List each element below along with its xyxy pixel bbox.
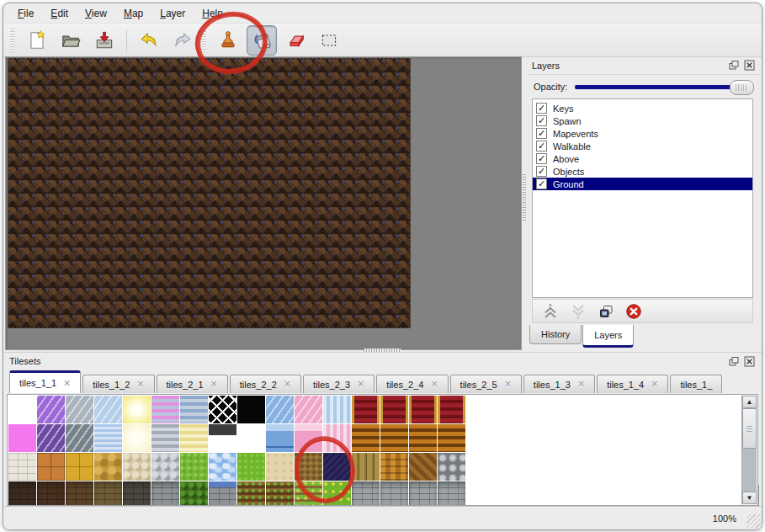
tab-close-icon[interactable]: ✕	[210, 379, 218, 390]
tab-close-icon[interactable]: ✕	[577, 379, 585, 390]
tileset-tile[interactable]	[66, 481, 93, 506]
tileset-tile[interactable]	[352, 481, 380, 506]
stamp-tool-button[interactable]	[213, 25, 243, 56]
fill-tool-button[interactable]	[247, 25, 277, 56]
tileset-tile[interactable]	[209, 424, 236, 452]
dock-tab[interactable]: Layers	[582, 325, 634, 348]
layer-row[interactable]: ✓ Above	[533, 152, 752, 165]
tileset-tab[interactable]: tiles_2_1 ✕	[157, 375, 228, 393]
tileset-tile[interactable]	[209, 396, 236, 423]
dock-tab[interactable]: History	[529, 325, 582, 344]
tileset-tile[interactable]	[237, 424, 265, 452]
tileset-tile[interactable]	[409, 424, 437, 452]
layer-row[interactable]: ✓ Ground	[533, 178, 752, 190]
layer-visibility-checkbox[interactable]: ✓	[536, 178, 547, 189]
tileset-tile[interactable]	[151, 453, 179, 481]
tileset-tile[interactable]	[180, 481, 208, 506]
open-map-button[interactable]	[56, 25, 86, 56]
layer-visibility-checkbox[interactable]: ✓	[536, 141, 547, 152]
select-tool-button[interactable]	[314, 25, 344, 56]
tileset-tile[interactable]	[295, 424, 322, 452]
tileset-tile[interactable]	[237, 481, 265, 506]
move-layer-up-button[interactable]	[540, 301, 560, 322]
tab-close-icon[interactable]: ✕	[357, 379, 364, 390]
tileset-tile[interactable]	[123, 424, 151, 452]
tileset-tile[interactable]	[295, 481, 322, 506]
opacity-slider[interactable]	[573, 80, 754, 94]
palette-scrollbar[interactable]: ▲ ▼	[741, 396, 757, 504]
move-layer-down-button[interactable]	[568, 301, 588, 322]
tileset-tile[interactable]	[295, 396, 322, 423]
tab-close-icon[interactable]: ✕	[504, 379, 512, 390]
opacity-slider-thumb[interactable]	[730, 80, 754, 95]
tileset-tile[interactable]	[209, 453, 236, 481]
tileset-tile[interactable]	[409, 453, 437, 481]
float-panel-button[interactable]	[726, 59, 740, 72]
float-panel-button[interactable]	[726, 355, 740, 368]
tileset-tile[interactable]	[8, 396, 36, 423]
tab-close-icon[interactable]: ✕	[651, 379, 658, 390]
new-map-button[interactable]	[22, 25, 52, 56]
tileset-tile[interactable]	[37, 453, 65, 481]
tileset-tile[interactable]	[438, 481, 465, 506]
vertical-splitter[interactable]	[520, 56, 528, 348]
tileset-tile[interactable]	[323, 453, 351, 481]
tileset-tile[interactable]	[438, 424, 465, 452]
tileset-tile[interactable]	[409, 481, 437, 506]
tileset-tile[interactable]	[180, 453, 208, 481]
tileset-tile[interactable]	[66, 396, 93, 423]
redo-button[interactable]	[167, 25, 198, 56]
tileset-tile[interactable]	[37, 424, 65, 452]
tileset-tile[interactable]	[209, 481, 236, 506]
tileset-tile[interactable]	[151, 396, 179, 423]
save-map-button[interactable]	[89, 25, 120, 56]
tab-close-icon[interactable]: ✕	[430, 379, 438, 390]
tileset-tile[interactable]	[295, 453, 322, 481]
tab-close-icon[interactable]: ✕	[284, 379, 291, 390]
eraser-tool-button[interactable]	[280, 25, 311, 56]
tileset-tile[interactable]	[438, 453, 465, 481]
tileset-tile[interactable]	[94, 481, 122, 506]
delete-layer-button[interactable]	[624, 301, 644, 322]
tileset-tile[interactable]	[151, 481, 179, 506]
tileset-tile[interactable]	[180, 424, 208, 452]
scrollbar-thumb[interactable]	[742, 408, 757, 449]
tileset-tab[interactable]: tiles_1_2 ✕	[82, 375, 154, 393]
tileset-tile[interactable]	[151, 424, 179, 452]
tileset-tile[interactable]	[266, 424, 294, 452]
layer-visibility-checkbox[interactable]: ✓	[536, 103, 547, 114]
tileset-tile[interactable]	[266, 481, 294, 506]
scroll-up-button[interactable]: ▲	[742, 396, 757, 408]
tileset-tile[interactable]	[37, 481, 65, 506]
tileset-tab[interactable]: tiles_1_ ✕	[670, 375, 722, 393]
menu-item[interactable]: Help	[194, 5, 231, 22]
tileset-tab[interactable]: tiles_2_2 ✕	[230, 375, 301, 393]
tileset-tile[interactable]	[123, 396, 151, 423]
close-panel-button[interactable]	[742, 355, 756, 368]
menu-item[interactable]: View	[77, 5, 114, 22]
tileset-tile[interactable]	[94, 453, 122, 481]
tileset-tab[interactable]: tiles_1_4 ✕	[597, 375, 668, 393]
tileset-tile[interactable]	[8, 481, 36, 506]
tab-close-icon[interactable]: ✕	[63, 378, 71, 389]
tileset-tile[interactable]	[66, 424, 93, 452]
layer-visibility-checkbox[interactable]: ✓	[536, 115, 547, 126]
tileset-tab[interactable]: tiles_2_3 ✕	[303, 375, 375, 393]
tileset-tab[interactable]: tiles_1_1 ✕	[9, 370, 81, 393]
layer-row[interactable]: ✓ Objects	[533, 165, 752, 178]
tileset-tile[interactable]	[380, 396, 408, 423]
toolbar-drag-handle[interactable]	[10, 29, 15, 52]
tileset-tile[interactable]	[8, 453, 36, 481]
layer-row[interactable]: ✓ Mapevents	[533, 127, 752, 140]
menu-item[interactable]: Map	[116, 5, 151, 22]
tileset-tile[interactable]	[37, 396, 65, 423]
close-panel-button[interactable]	[742, 59, 756, 72]
tileset-tile[interactable]	[323, 424, 351, 452]
tileset-tile[interactable]	[94, 396, 122, 423]
tileset-tile[interactable]	[266, 396, 294, 423]
tileset-tile[interactable]	[380, 481, 408, 506]
tileset-tile[interactable]	[123, 481, 151, 506]
tileset-tile[interactable]	[323, 481, 351, 506]
layer-visibility-checkbox[interactable]: ✓	[536, 153, 547, 164]
tileset-tile[interactable]	[380, 424, 408, 452]
